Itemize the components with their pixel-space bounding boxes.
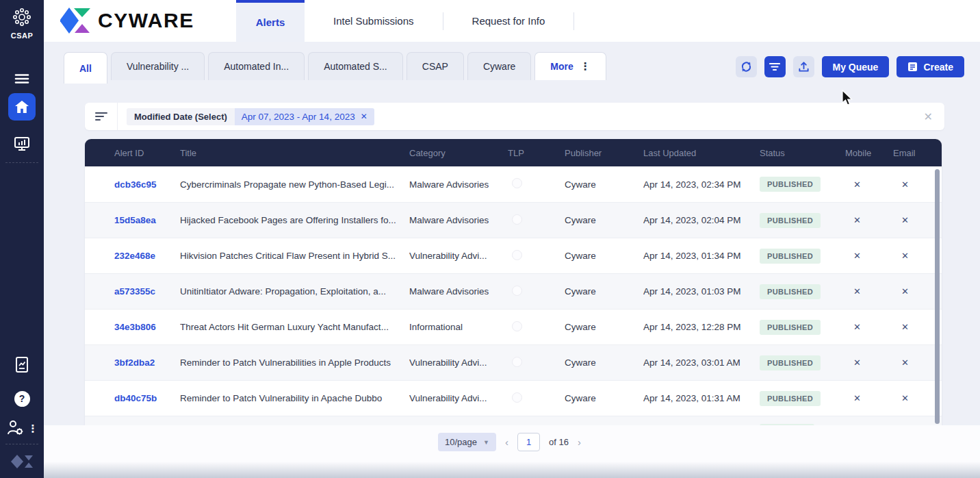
alert-category: Informational: [409, 322, 508, 332]
alert-publisher: Cyware: [565, 286, 643, 297]
refresh-icon: [740, 61, 752, 73]
tab-request-for-info[interactable]: Request for Info: [443, 0, 574, 42]
alert-publisher: Cyware: [565, 179, 643, 190]
sidebar-cyware-mark: [0, 449, 44, 474]
alert-title: Threat Actors Hit German Luxury Yacht Ma…: [180, 322, 409, 332]
chevron-down-icon: ▼: [483, 439, 489, 446]
filter-tab[interactable]: Automated S...: [308, 52, 403, 80]
upload-icon: [798, 61, 810, 73]
create-button[interactable]: Create: [897, 56, 964, 77]
alert-id-link[interactable]: db40c75b: [114, 393, 180, 403]
alert-publisher: Cyware: [565, 357, 643, 368]
alert-publisher: Cyware: [565, 251, 643, 261]
filter-tab[interactable]: Cyware: [467, 52, 531, 80]
dashboard-monitor-icon: [13, 136, 31, 152]
filter-tab-more[interactable]: More ⋮: [534, 52, 606, 80]
brand-logo: CYWARE: [60, 7, 194, 34]
filter-button[interactable]: [764, 56, 786, 77]
alert-id-link[interactable]: dcb36c95: [114, 179, 180, 190]
sidebar-divider-bottom: [5, 444, 38, 444]
sidebar-item-reports[interactable]: [0, 351, 44, 379]
sidebar-item-home[interactable]: [8, 93, 36, 121]
table-body: dcb36c95 Cybercriminals Propagate new Py…: [85, 166, 942, 425]
table-row[interactable]: dcb36c95 Cybercriminals Propagate new Py…: [85, 166, 942, 202]
tab-alerts[interactable]: Alerts: [236, 0, 305, 42]
tlp-white-indicator: [512, 392, 522, 403]
alert-filter-tabs: All Vulnerability ... Automated In... Au…: [64, 52, 606, 84]
clear-filters-icon[interactable]: ✕: [924, 110, 944, 123]
filter-tab[interactable]: Vulnerability ...: [111, 52, 205, 80]
csap-logo: CSAP: [0, 7, 44, 40]
funnel-icon[interactable]: [95, 112, 107, 121]
footer-shadow: [44, 462, 980, 478]
alert-category: Malware Advisories: [409, 215, 508, 225]
cyware-mark-icon: [11, 453, 33, 470]
alert-id-link[interactable]: 232e468e: [114, 251, 180, 261]
alert-id-link[interactable]: 34e3b806: [114, 322, 180, 332]
pagination: 10/page ▼ ‹ of 16 ›: [438, 433, 581, 451]
alert-title: UnitinItiator Adware: Propagation, Explo…: [180, 286, 409, 297]
status-badge: PUBLISHED: [760, 320, 821, 335]
alert-id-link[interactable]: 3bf2dba2: [114, 357, 180, 368]
col-last-updated: Last Updated: [643, 148, 760, 158]
alert-publisher: Cyware: [565, 393, 643, 403]
alert-publisher: Cyware: [565, 322, 643, 332]
table-scrollbar[interactable]: [935, 169, 940, 424]
sidebar-item-dashboard[interactable]: [0, 130, 44, 158]
status-badge: PUBLISHED: [760, 391, 821, 406]
my-queue-button[interactable]: My Queue: [822, 56, 890, 77]
home-icon: [14, 100, 29, 114]
tlp-white-indicator: [512, 214, 522, 225]
table-row[interactable]: 232e468e Hikvision Patches Critical Flaw…: [85, 238, 942, 273]
applied-filters-bar: Modified Date (Select) Apr 07, 2023 - Ap…: [85, 103, 944, 130]
mobile-x-icon: [853, 251, 861, 261]
status-badge: PUBLISHED: [760, 249, 821, 264]
alert-publisher: Cyware: [565, 215, 643, 225]
tab-divider: [573, 12, 574, 30]
top-header: CYWARE Alerts Intel Submissions Request …: [44, 0, 980, 42]
sidebar-item-admin[interactable]: ⋮: [0, 414, 44, 442]
alert-id-link[interactable]: 15d5a8ea: [114, 215, 180, 225]
date-range-chip[interactable]: Apr 07, 2023 - Apr 14, 2023 ✕: [235, 108, 374, 125]
header-tabs: Alerts Intel Submissions Request for Inf…: [236, 0, 574, 42]
table-row[interactable]: 3bf2dba2 Reminder to Patch Vulnerabiliti…: [85, 344, 942, 380]
col-tlp: TLP: [508, 148, 565, 158]
next-page-button[interactable]: ›: [578, 437, 581, 447]
alert-title: Hikvision Patches Critical Flaw Present …: [180, 251, 409, 261]
sidebar: CSAP ?: [0, 0, 44, 478]
alert-category: Malware Advisories: [409, 286, 508, 297]
email-x-icon: [901, 251, 909, 261]
table-row[interactable]: 34e3b806 Threat Actors Hit German Luxury…: [85, 309, 942, 344]
email-x-icon: [901, 322, 909, 332]
page-total-label: of 16: [549, 437, 569, 447]
alert-title: Reminder to Patch Vulnerabilities in App…: [180, 357, 409, 368]
page-number-input[interactable]: [517, 433, 540, 451]
alert-id-link[interactable]: a573355c: [114, 286, 180, 297]
kebab-menu-icon: ⋮: [580, 60, 591, 73]
refresh-button[interactable]: [736, 56, 757, 77]
alert-category: Vulnerability Advi...: [409, 357, 508, 368]
mobile-x-icon: [853, 393, 861, 403]
alert-last-updated: Apr 14, 2023, 02:34 PM: [643, 179, 760, 190]
export-button[interactable]: [793, 56, 814, 77]
admin-more-icon[interactable]: ⋮: [28, 423, 38, 433]
tlp-white-indicator: [512, 178, 522, 188]
report-book-icon: [14, 356, 30, 374]
sidebar-item-help[interactable]: ?: [0, 385, 44, 412]
sidebar-menu-button[interactable]: [0, 65, 44, 92]
page-size-select[interactable]: 10/page ▼: [438, 433, 496, 451]
mobile-x-icon: [853, 357, 861, 368]
table-row[interactable]: db40c75b Reminder to Patch Vulnerability…: [85, 380, 942, 416]
chip-remove-icon[interactable]: ✕: [361, 112, 368, 121]
tab-intel-submissions[interactable]: Intel Submissions: [305, 0, 443, 42]
prev-page-button[interactable]: ‹: [505, 437, 508, 447]
filter-tab[interactable]: All: [64, 52, 107, 84]
alert-title: Cybercriminals Propagate new Python-Base…: [180, 179, 409, 190]
filter-tab[interactable]: CSAP: [407, 52, 464, 80]
filter-tab[interactable]: Automated In...: [208, 52, 305, 80]
table-row[interactable]: 15d5a8ea Hijacked Facebook Pages are Off…: [85, 202, 942, 238]
table-row[interactable]: a573355c UnitinItiator Adware: Propagati…: [85, 273, 942, 309]
tlp-white-indicator: [512, 321, 522, 331]
alert-category: Vulnerability Advi...: [409, 251, 508, 261]
table-header-row: Alert ID Title Category TLP Publisher La…: [85, 139, 942, 166]
